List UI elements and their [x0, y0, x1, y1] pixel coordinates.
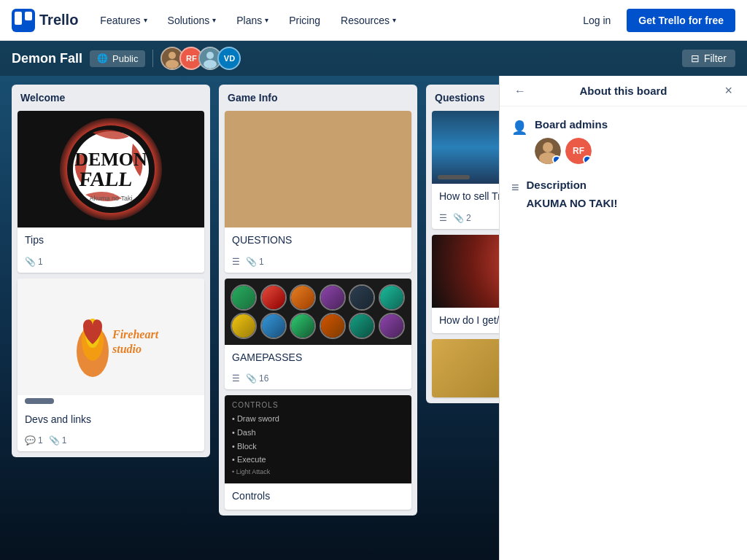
card-body-questions: QUESTIONS: [225, 228, 411, 254]
list-cards-game-info: QUESTIONS ☰ 📎 1: [219, 108, 417, 516]
nav-resources[interactable]: Resources ▾: [333, 10, 403, 31]
nav-features[interactable]: Features ▾: [93, 10, 154, 31]
card-attachments-questions: 📎 1: [246, 257, 264, 267]
card-tips[interactable]: DEMON FALL Akuma no Taki Tips 📎: [18, 111, 204, 273]
description-label: Description: [527, 179, 735, 191]
sidebar-close-button[interactable]: ×: [719, 80, 738, 101]
gamepass-item: [231, 313, 257, 339]
brand-logo[interactable]: Trello: [12, 9, 78, 32]
nav-plans[interactable]: Plans ▾: [229, 10, 276, 31]
card-cover-questions: [225, 111, 411, 228]
header-divider: [152, 50, 153, 67]
list-icon: ☰: [232, 257, 240, 267]
card-q3[interactable]: [432, 339, 499, 397]
gamepass-item: [290, 284, 316, 311]
card-body-tips: Tips: [18, 228, 204, 254]
admins-title: Board admins: [535, 118, 735, 131]
card-questions[interactable]: QUESTIONS ☰ 📎 1: [225, 111, 411, 273]
member-avatars: RF VD: [160, 47, 241, 70]
demon-fall-logo: DEMON FALL Akuma no Taki: [60, 118, 162, 220]
list-icon: ☰: [439, 213, 447, 223]
filter-icon: ⊟: [691, 52, 700, 64]
trello-icon: [12, 9, 35, 32]
card-title-tips: Tips: [25, 234, 44, 246]
nav-solutions[interactable]: Solutions ▾: [160, 10, 224, 31]
nav-pricing[interactable]: Pricing: [282, 10, 328, 31]
svg-point-5: [166, 60, 179, 69]
svg-point-8: [204, 60, 217, 69]
gamepass-item: [379, 313, 405, 339]
list-questions: Questions How to sell Trin... ☰: [426, 85, 499, 403]
svg-point-4: [169, 52, 176, 59]
card-title-q2: How do I get/...: [439, 314, 499, 326]
visibility-badge[interactable]: 🌐 Public: [90, 50, 145, 67]
card-label-devs: [25, 398, 54, 404]
gamepass-item: [320, 313, 346, 339]
card-cover-q1: [432, 111, 499, 184]
card-body-q1: How to sell Trin...: [432, 184, 499, 210]
card-body-q2: How do I get/...: [432, 308, 499, 334]
card-meta-icon-q1: ☰: [439, 213, 447, 223]
card-meta-icon-q: ☰: [232, 257, 240, 267]
admin-avatars: RF: [535, 138, 735, 164]
admin-avatar-2[interactable]: RF: [565, 138, 592, 164]
attachment-icon: 📎: [453, 213, 464, 223]
svg-rect-2: [25, 12, 32, 20]
person-icon: 👤: [511, 120, 527, 136]
description-section: ≡ Description AKUMA NO TAKI!: [511, 179, 735, 209]
card-footer-questions: ☰ 📎 1: [225, 254, 411, 273]
card-body-devs: Devs and links: [18, 407, 204, 433]
sidebar-back-button[interactable]: ←: [508, 82, 532, 101]
list-title-game-info: Game Info: [219, 85, 417, 108]
card-cover-fireheart: Fireheart studio: [18, 279, 204, 395]
attachment-icon: 📎: [49, 435, 60, 446]
card-body-gamepasses: GAMEPASSES: [225, 345, 411, 371]
card-q2[interactable]: How do I get/...: [432, 235, 499, 334]
card-footer-gamepasses: ☰ 📎 16: [225, 370, 411, 389]
get-trello-button[interactable]: Get Trello for free: [627, 9, 735, 32]
card-footer-q1: ☰ 📎 2: [432, 210, 499, 229]
list-welcome: Welcome: [12, 85, 210, 457]
login-button[interactable]: Log in: [573, 10, 621, 31]
globe-icon: 🌐: [97, 53, 108, 63]
card-cover-gamepasses: [225, 279, 411, 345]
card-meta-icon-gp: ☰: [232, 373, 240, 384]
attachment-icon: 📎: [246, 257, 257, 267]
svg-text:Fireheart: Fireheart: [112, 328, 159, 341]
description-text: AKUMA NO TAKI!: [527, 197, 735, 209]
gamepass-item: [320, 284, 346, 311]
gamepass-item: [260, 284, 287, 311]
list-title-questions: Questions: [426, 85, 499, 108]
card-footer-devs: 💬 1 📎 1: [18, 432, 204, 451]
description-content: Description AKUMA NO TAKI!: [527, 179, 735, 209]
admin-avatar-1[interactable]: [535, 138, 561, 164]
chevron-down-icon: ▾: [144, 16, 147, 24]
gamepass-item: [290, 313, 316, 339]
list-title-welcome: Welcome: [12, 85, 210, 108]
card-title-gamepasses: GAMEPASSES: [232, 351, 302, 363]
card-attachments-q1: 📎 2: [453, 213, 471, 223]
admin-badge-2: [583, 155, 592, 164]
svg-point-7: [206, 52, 214, 59]
list-game-info: Game Info QUESTIONS ☰ 📎: [219, 85, 417, 516]
card-gamepasses[interactable]: GAMEPASSES ☰ 📎 16: [225, 279, 411, 390]
sidebar-body: 👤 Board admins: [500, 106, 747, 560]
admin-badge-1: [552, 155, 561, 164]
card-attachments-gamepasses: 📎 16: [246, 373, 268, 384]
brand-text: Trello: [39, 12, 78, 28]
attachment-icon: 📎: [25, 257, 36, 267]
list-icon: ☰: [232, 373, 240, 384]
svg-text:Akuma no Taki: Akuma no Taki: [90, 195, 133, 202]
avatar-4[interactable]: VD: [217, 47, 241, 70]
card-devs[interactable]: Fireheart studio Devs and links: [18, 279, 204, 452]
card-body-controls: Controls: [225, 483, 411, 510]
gamepass-item: [349, 284, 375, 311]
lists-area: Welcome: [0, 76, 499, 560]
card-q1[interactable]: How to sell Trin... ☰ 📎 2: [432, 111, 499, 229]
lines-icon: ≡: [511, 180, 519, 195]
gamepass-item: [349, 313, 375, 339]
filter-button[interactable]: ⊟ Filter: [682, 50, 735, 67]
card-label-q1: [438, 175, 470, 179]
chevron-down-icon: ▾: [212, 16, 216, 24]
card-controls[interactable]: Controls • Draw sword • Dash • Block • E…: [225, 395, 411, 510]
